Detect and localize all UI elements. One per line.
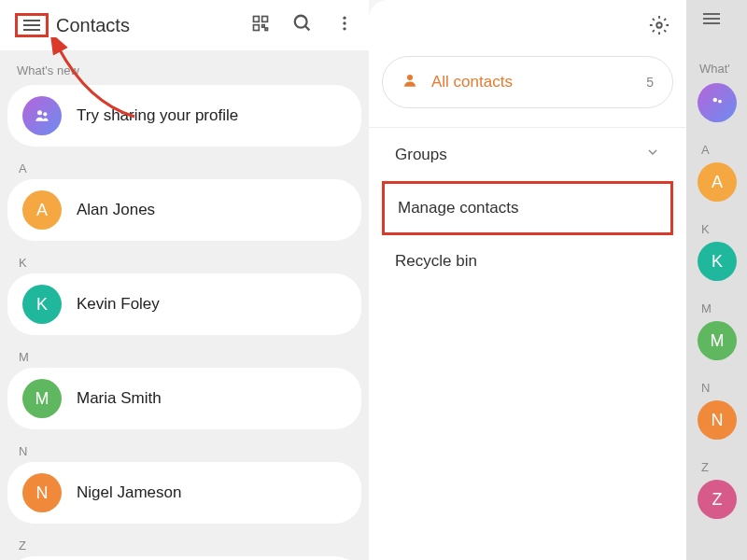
qr-icon[interactable] (251, 14, 270, 36)
avatar: M (22, 379, 62, 418)
svg-point-5 (295, 16, 307, 28)
recycle-bin-label: Recycle bin (395, 252, 477, 271)
section-letter-peek: M (686, 296, 747, 321)
drawer-panel: All contacts 5 Groups Manage contacts Re… (369, 0, 686, 560)
avatar: K (22, 285, 62, 324)
gear-icon[interactable] (649, 15, 669, 39)
manage-contacts-highlight: Manage contacts (382, 181, 673, 235)
svg-point-9 (343, 27, 345, 30)
section-letter: Z (0, 529, 369, 556)
section-letter-peek: A (686, 137, 747, 162)
contact-name: Maria Smith (77, 389, 162, 408)
section-letter: M (0, 341, 369, 368)
more-icon[interactable] (335, 14, 354, 36)
recycle-bin-row[interactable]: Recycle bin (369, 235, 686, 287)
whats-new-label-peek: What' (686, 62, 747, 83)
svg-point-15 (718, 100, 722, 104)
avatar: A (22, 190, 62, 230)
avatar-peek: K (698, 242, 737, 281)
contact-row[interactable]: MMaria Smith (7, 368, 361, 429)
section-letter: A (0, 152, 369, 179)
menu-icon[interactable] (15, 13, 49, 37)
svg-point-13 (407, 75, 413, 80)
contact-name: Kevin Foley (77, 295, 160, 314)
search-icon[interactable] (292, 13, 313, 37)
contact-name: Nigel Jameson (77, 483, 181, 502)
manage-contacts-label: Manage contacts (398, 199, 518, 217)
section-letter-peek: K (686, 217, 747, 242)
contact-row[interactable]: AAlan Jones (7, 179, 361, 241)
whats-new-label: What's new (0, 50, 369, 85)
svg-rect-1 (262, 17, 268, 22)
avatar-peek: N (698, 400, 737, 440)
svg-line-6 (305, 26, 310, 31)
all-contacts-label: All contacts (431, 73, 513, 91)
svg-point-8 (343, 21, 345, 24)
svg-point-12 (656, 22, 662, 28)
svg-point-11 (43, 112, 47, 116)
app-title: Contacts (56, 15, 130, 36)
all-contacts-button[interactable]: All contacts 5 (382, 56, 673, 108)
svg-rect-2 (254, 25, 260, 31)
svg-rect-4 (265, 28, 268, 31)
svg-point-10 (37, 110, 42, 115)
svg-rect-0 (254, 17, 260, 22)
svg-point-14 (713, 98, 718, 103)
profile-share-row[interactable]: Try sharing your profile (7, 85, 361, 147)
peek-panel: What' AAKKMMNNZZ (686, 0, 747, 560)
section-letter-peek: Z (686, 455, 747, 480)
menu-icon[interactable] (703, 13, 747, 24)
avatar: N (22, 473, 62, 512)
manage-contacts-row[interactable]: Manage contacts (385, 184, 670, 232)
contact-row[interactable]: ZZoe Taylor (7, 556, 361, 560)
profile-icon-peek (698, 83, 737, 122)
section-letter: K (0, 246, 369, 273)
section-letter: N (0, 435, 369, 462)
person-icon (402, 72, 418, 92)
avatar-peek: Z (698, 480, 737, 519)
header-bar: Contacts (0, 0, 369, 50)
contacts-list-panel: Contacts What's new Try sharing your pro… (0, 0, 369, 560)
chevron-down-icon (645, 145, 660, 164)
avatar-peek: M (698, 321, 737, 360)
avatar-peek: A (698, 162, 737, 202)
profile-share-text: Try sharing your profile (77, 106, 238, 125)
contact-name: Alan Jones (77, 201, 155, 219)
contact-row[interactable]: KKevin Foley (7, 273, 361, 335)
svg-rect-3 (262, 25, 265, 28)
contact-row[interactable]: NNigel Jameson (7, 462, 361, 524)
all-contacts-count: 5 (646, 75, 654, 90)
groups-label: Groups (395, 146, 447, 164)
svg-point-7 (343, 17, 345, 20)
groups-row[interactable]: Groups (369, 127, 686, 181)
section-letter-peek: N (686, 375, 747, 400)
profile-icon (22, 96, 62, 135)
